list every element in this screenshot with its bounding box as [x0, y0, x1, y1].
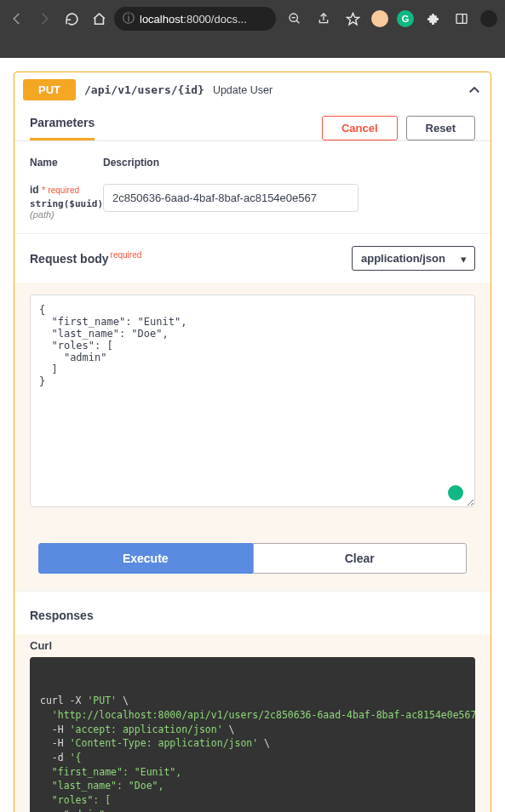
extensions-icon[interactable] — [421, 7, 445, 31]
extension-grammarly-icon[interactable]: G — [395, 9, 416, 29]
column-name: Name — [30, 157, 103, 169]
param-name: id — [30, 184, 39, 196]
profile-icon[interactable] — [479, 9, 499, 29]
back-icon[interactable] — [5, 7, 29, 31]
responses-heading: Responses — [30, 609, 475, 622]
address-text: localhost:8000/docs... — [140, 13, 267, 26]
param-in: (path) — [30, 209, 103, 220]
method-badge: PUT — [23, 79, 76, 100]
cancel-button[interactable]: Cancel — [322, 116, 398, 140]
sidepanel-icon[interactable] — [450, 7, 473, 31]
request-body-heading: Request body — [30, 252, 109, 266]
parameters-heading: Parameters — [30, 116, 95, 140]
address-bar[interactable]: ⓘ localhost:8000/docs... — [114, 7, 276, 31]
column-description: Description — [103, 157, 475, 169]
svg-rect-4 — [456, 14, 467, 24]
required-label: required — [48, 186, 79, 195]
reset-button[interactable]: Reset — [406, 116, 475, 140]
svg-line-1 — [296, 20, 299, 23]
extension-avatar-icon[interactable] — [370, 9, 390, 29]
site-info-icon[interactable]: ⓘ — [123, 11, 135, 26]
operation-description: Update User — [213, 84, 273, 96]
execute-button[interactable]: Execute — [38, 543, 253, 574]
request-body-textarea[interactable] — [30, 294, 475, 507]
operation-block: PUT /api/v1/users/{id} Update User Param… — [14, 71, 491, 812]
chevron-up-icon[interactable] — [467, 83, 482, 98]
zoom-icon[interactable] — [283, 7, 307, 31]
svg-marker-3 — [347, 13, 359, 24]
param-id-input[interactable] — [103, 184, 359, 212]
grammarly-icon[interactable] — [448, 485, 463, 500]
bookmark-icon[interactable] — [341, 7, 364, 31]
content-type-select[interactable]: application/json — [352, 246, 475, 271]
request-body-required: required — [111, 250, 142, 260]
operation-path: /api/v1/users/{id} — [84, 83, 204, 96]
home-icon[interactable] — [87, 7, 111, 31]
curl-label: Curl — [30, 639, 475, 652]
share-icon[interactable] — [312, 7, 336, 31]
browser-toolbar: ⓘ localhost:8000/docs... G — [0, 0, 505, 58]
reload-icon[interactable] — [60, 7, 83, 31]
operation-summary[interactable]: PUT /api/v1/users/{id} Update User — [14, 72, 491, 107]
clear-button[interactable]: Clear — [253, 543, 468, 574]
forward-icon[interactable] — [32, 7, 56, 31]
curl-output: curl -X 'PUT' \ 'http://localhost:8000/a… — [30, 657, 475, 812]
parameter-row: id * required string($uuid) (path) — [14, 175, 491, 233]
param-type: string($uuid) — [30, 198, 103, 209]
